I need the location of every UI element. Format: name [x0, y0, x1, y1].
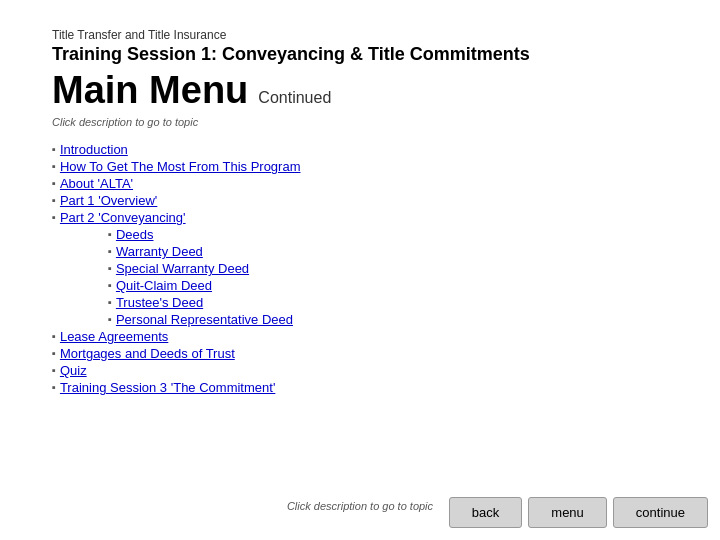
- list-item: ▪ How To Get The Most From This Program: [52, 159, 668, 174]
- bullet-icon: ▪: [108, 228, 112, 240]
- warranty-deed-link[interactable]: Warranty Deed: [116, 244, 203, 259]
- about-alta-link[interactable]: About 'ALTA': [60, 176, 133, 191]
- list-item: ▪ Quiz: [52, 363, 668, 378]
- bullet-icon: ▪: [52, 381, 56, 393]
- header: Title Transfer and Title Insurance Train…: [0, 0, 720, 128]
- how-to-link[interactable]: How To Get The Most From This Program: [60, 159, 301, 174]
- deeds-list: ▪ Deeds: [108, 227, 668, 242]
- list-item: ▪ Trustee's Deed: [108, 295, 668, 310]
- bullet-icon: ▪: [52, 177, 56, 189]
- quiz-link[interactable]: Quiz: [60, 363, 87, 378]
- bullet-icon: ▪: [108, 296, 112, 308]
- special-warranty-deed-link[interactable]: Special Warranty Deed: [116, 261, 249, 276]
- click-description: Click description to go to topic: [52, 116, 668, 128]
- list-item: ▪ Part 2 'Conveyancing': [52, 210, 668, 225]
- bottom-click-description: Click description to go to topic: [287, 500, 433, 512]
- list-item: ▪ Personal Representative Deed: [108, 312, 668, 327]
- session3-link[interactable]: Training Session 3 'The Commitment': [60, 380, 275, 395]
- bottom-menu-list: ▪ Lease Agreements ▪ Mortgages and Deeds…: [52, 329, 668, 395]
- bullet-icon: ▪: [108, 262, 112, 274]
- deeds-container: ▪ Deeds ▪ Warranty Deed ▪ Special Warran…: [88, 227, 668, 327]
- menu-button[interactable]: menu: [528, 497, 607, 528]
- list-item: ▪ Deeds: [108, 227, 668, 242]
- bullet-icon: ▪: [52, 160, 56, 172]
- bullet-icon: ▪: [108, 279, 112, 291]
- bullet-icon: ▪: [52, 143, 56, 155]
- introduction-link[interactable]: Introduction: [60, 142, 128, 157]
- list-item: ▪ Introduction: [52, 142, 668, 157]
- part2-link[interactable]: Part 2 'Conveyancing': [60, 210, 186, 225]
- personal-rep-deed-link[interactable]: Personal Representative Deed: [116, 312, 293, 327]
- list-item: ▪ Special Warranty Deed: [108, 261, 668, 276]
- bullet-icon: ▪: [52, 364, 56, 376]
- deed-items-list: ▪ Warranty Deed ▪ Special Warranty Deed …: [108, 244, 668, 327]
- list-item: ▪ Part 1 'Overview': [52, 193, 668, 208]
- bullet-icon: ▪: [52, 347, 56, 359]
- bullet-icon: ▪: [52, 330, 56, 342]
- menu-content: ▪ Introduction ▪ How To Get The Most Fro…: [0, 142, 720, 395]
- list-item: ▪ Lease Agreements: [52, 329, 668, 344]
- trustees-deed-link[interactable]: Trustee's Deed: [116, 295, 203, 310]
- bullet-icon: ▪: [52, 211, 56, 223]
- part1-link[interactable]: Part 1 'Overview': [60, 193, 157, 208]
- bottom-navigation: back menu continue: [449, 497, 708, 528]
- page-title: Main Menu: [52, 69, 248, 112]
- main-title: Training Session 1: Conveyancing & Title…: [52, 44, 668, 65]
- bullet-icon: ▪: [108, 313, 112, 325]
- list-item: ▪ About 'ALTA': [52, 176, 668, 191]
- list-item: ▪ Warranty Deed: [108, 244, 668, 259]
- quit-claim-deed-link[interactable]: Quit-Claim Deed: [116, 278, 212, 293]
- lease-link[interactable]: Lease Agreements: [60, 329, 168, 344]
- deeds-link[interactable]: Deeds: [116, 227, 154, 242]
- subtitle: Title Transfer and Title Insurance: [52, 28, 668, 42]
- bullet-icon: ▪: [52, 194, 56, 206]
- back-button[interactable]: back: [449, 497, 522, 528]
- list-item: ▪ Quit-Claim Deed: [108, 278, 668, 293]
- continue-button[interactable]: continue: [613, 497, 708, 528]
- list-item: ▪ Training Session 3 'The Commitment': [52, 380, 668, 395]
- bullet-icon: ▪: [108, 245, 112, 257]
- list-item: ▪ Mortgages and Deeds of Trust: [52, 346, 668, 361]
- mortgages-link[interactable]: Mortgages and Deeds of Trust: [60, 346, 235, 361]
- continued-label: Continued: [258, 89, 331, 107]
- main-menu-list: ▪ Introduction ▪ How To Get The Most Fro…: [52, 142, 668, 225]
